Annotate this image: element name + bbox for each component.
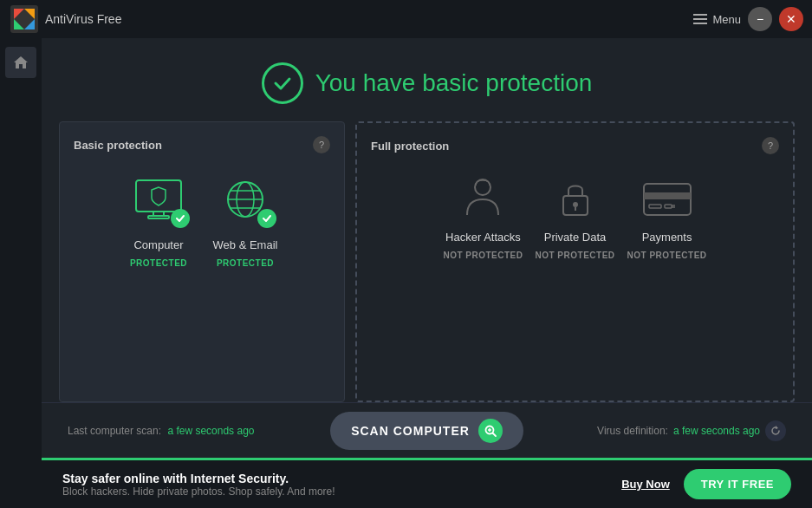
last-scan-label: Last computer scan: bbox=[68, 425, 161, 437]
check-icon-2 bbox=[262, 213, 272, 224]
basic-protection-panel: Basic protection ? bbox=[59, 121, 345, 402]
svg-rect-21 bbox=[644, 192, 691, 199]
hacker-status: NOT PROTECTED bbox=[443, 251, 523, 260]
basic-panel-header: Basic protection ? bbox=[74, 136, 330, 153]
sidebar bbox=[0, 38, 42, 508]
virus-def-label: Virus definition: bbox=[597, 425, 668, 437]
hacker-icon bbox=[458, 173, 507, 222]
svg-marker-30 bbox=[776, 426, 778, 429]
hacker-icon-wrapper bbox=[452, 172, 513, 224]
svg-rect-22 bbox=[649, 205, 661, 208]
web-email-status: PROTECTED bbox=[217, 258, 274, 268]
web-email-label: Web & Email bbox=[213, 238, 278, 251]
checkmark-icon bbox=[272, 73, 293, 94]
basic-help-button[interactable]: ? bbox=[313, 136, 330, 153]
payments-icon-wrapper bbox=[637, 172, 698, 224]
bottom-bar: Last computer scan: a few seconds ago SC… bbox=[42, 402, 812, 458]
status-title: You have basic protection bbox=[315, 69, 593, 97]
promo-subtitle: Block hackers. Hide private photos. Shop… bbox=[62, 485, 607, 498]
try-free-button[interactable]: TRY IT FREE bbox=[684, 469, 791, 499]
header-section: You have basic protection bbox=[42, 38, 812, 121]
web-protected-badge bbox=[257, 209, 276, 228]
refresh-button[interactable] bbox=[765, 420, 786, 441]
scan-button-label: SCAN COMPUTER bbox=[351, 424, 470, 438]
full-protection-panel: Full protection ? Hacker A bbox=[355, 121, 795, 402]
private-data-label: Private Data bbox=[544, 231, 607, 244]
promo-title: Stay safer online with Internet Security… bbox=[62, 472, 607, 485]
virus-def-value: a few seconds ago bbox=[673, 425, 760, 437]
payments-item[interactable]: Payments NOT PROTECTED bbox=[627, 172, 707, 260]
scan-search-icon bbox=[484, 424, 497, 438]
svg-point-18 bbox=[573, 202, 578, 207]
hacker-label: Hacker Attacks bbox=[445, 231, 521, 244]
basic-protection-items: Computer PROTECTED bbox=[74, 171, 330, 268]
svg-rect-7 bbox=[693, 23, 707, 24]
computer-status: PROTECTED bbox=[130, 258, 187, 268]
check-icon bbox=[175, 213, 185, 224]
svg-rect-23 bbox=[665, 205, 672, 208]
logo-area: AntiVirus Free bbox=[10, 5, 121, 33]
last-scan-info: Last computer scan: a few seconds ago bbox=[68, 425, 313, 437]
minimize-button[interactable]: − bbox=[748, 7, 772, 31]
scan-computer-button[interactable]: SCAN COMPUTER bbox=[330, 412, 523, 450]
buy-now-button[interactable]: Buy Now bbox=[621, 478, 670, 491]
svg-rect-8 bbox=[136, 180, 181, 212]
check-circle bbox=[262, 62, 303, 104]
close-button[interactable]: ✕ bbox=[779, 7, 803, 31]
payments-icon bbox=[637, 173, 698, 222]
panels-area: Basic protection ? bbox=[59, 121, 795, 402]
full-help-button[interactable]: ? bbox=[762, 137, 779, 154]
full-panel-header: Full protection ? bbox=[371, 137, 779, 154]
promo-text-area: Stay safer online with Internet Security… bbox=[62, 472, 607, 498]
avg-logo bbox=[10, 5, 38, 33]
hacker-attacks-item[interactable]: Hacker Attacks NOT PROTECTED bbox=[443, 172, 523, 260]
virus-def-info: Virus definition: a few seconds ago bbox=[541, 420, 786, 441]
private-data-icon bbox=[551, 173, 600, 222]
svg-line-27 bbox=[492, 433, 496, 436]
svg-rect-6 bbox=[693, 18, 707, 20]
private-data-item[interactable]: Private Data NOT PROTECTED bbox=[535, 172, 614, 260]
last-scan-value: a few seconds ago bbox=[167, 425, 254, 437]
basic-panel-title: Basic protection bbox=[74, 139, 162, 152]
payments-label: Payments bbox=[642, 231, 692, 244]
refresh-icon bbox=[770, 426, 781, 436]
private-data-icon-wrapper bbox=[545, 172, 606, 224]
computer-icon-wrapper bbox=[124, 171, 193, 231]
computer-protected-badge bbox=[171, 209, 190, 228]
full-protection-items: Hacker Attacks NOT PROTECTED bbox=[371, 172, 779, 260]
computer-label: Computer bbox=[133, 238, 183, 251]
menu-button[interactable]: Menu bbox=[693, 13, 741, 26]
computer-item[interactable]: Computer PROTECTED bbox=[124, 171, 193, 268]
home-button[interactable] bbox=[5, 47, 36, 78]
main-content: You have basic protection Basic protecti… bbox=[42, 38, 812, 508]
private-data-status: NOT PROTECTED bbox=[535, 251, 614, 260]
svg-rect-10 bbox=[148, 216, 169, 218]
promo-bar: Stay safer online with Internet Security… bbox=[42, 458, 812, 508]
hamburger-icon bbox=[693, 14, 707, 24]
full-panel-title: Full protection bbox=[371, 140, 449, 153]
home-icon bbox=[13, 55, 29, 70]
payments-status: NOT PROTECTED bbox=[627, 251, 707, 260]
web-email-item[interactable]: Web & Email PROTECTED bbox=[211, 171, 280, 268]
scan-icon bbox=[478, 419, 503, 443]
app-title: AntiVirus Free bbox=[45, 12, 121, 26]
web-email-icon-wrapper bbox=[211, 171, 280, 231]
svg-rect-5 bbox=[693, 14, 707, 16]
title-bar: AntiVirus Free Menu − ✕ bbox=[0, 0, 812, 38]
title-controls: Menu − ✕ bbox=[693, 7, 803, 31]
